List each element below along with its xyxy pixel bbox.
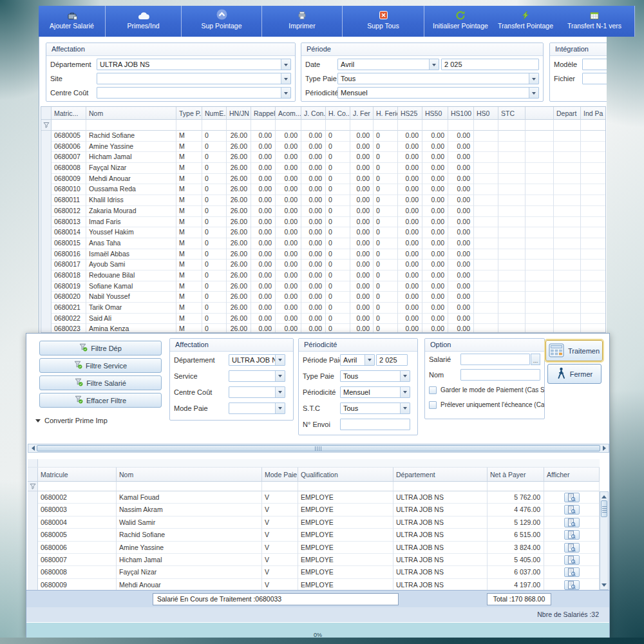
afficher-button[interactable] bbox=[564, 555, 580, 565]
column-header-matric[interactable]: Matric... bbox=[52, 107, 86, 120]
table-row[interactable]: 0680003Nassim AkramVEMPLOYEULTRA JOB NS4… bbox=[28, 504, 600, 516]
column-header-hs100[interactable]: HS100 bbox=[448, 107, 474, 120]
column-header-acom[interactable]: Acom... bbox=[276, 107, 301, 120]
chevron-down-icon[interactable] bbox=[281, 59, 290, 70]
dialog-month-combo[interactable]: Avril bbox=[340, 354, 375, 366]
column-header-depart[interactable]: Depart bbox=[554, 107, 581, 120]
column-header-type-p[interactable]: Type P... bbox=[176, 107, 202, 120]
toolbar-button-transfert-n-1-vers[interactable]: Transfert N-1 vers bbox=[554, 6, 635, 37]
table-row[interactable]: 0680009Mehdi AnouarVEMPLOYEULTRA JOB NS4… bbox=[28, 579, 600, 590]
chevron-down-icon[interactable] bbox=[365, 355, 374, 365]
scroll-right-arrow[interactable] bbox=[600, 444, 609, 452]
chevron-down-icon[interactable] bbox=[529, 73, 538, 84]
departement-combo[interactable]: ULTRA JOB NS bbox=[97, 59, 291, 70]
column-header-qualification[interactable]: Qualification bbox=[298, 468, 393, 482]
chevron-down-icon[interactable] bbox=[400, 387, 410, 397]
periodicite-combo[interactable]: Mensuel bbox=[337, 87, 539, 99]
type-paie-combo[interactable]: Tous bbox=[340, 370, 410, 382]
column-header-hn-jn[interactable]: HN/JN bbox=[227, 107, 251, 120]
modele-input[interactable] bbox=[582, 59, 607, 70]
checkbox-garder-le-mode-de-paieme[interactable] bbox=[429, 386, 437, 394]
column-header-ind-pa[interactable]: Ind Pa bbox=[581, 107, 606, 120]
envoi-input[interactable] bbox=[340, 419, 410, 430]
table-row[interactable]: 0680022Said AliM026.000.000.000.0000.000… bbox=[41, 314, 605, 325]
column-header[interactable] bbox=[41, 107, 52, 120]
column-header-hs0[interactable]: HS0 bbox=[474, 107, 498, 120]
filter-button-filtre-salari[interactable]: Filtre Salarié bbox=[39, 375, 162, 390]
scrollbar-thumb[interactable] bbox=[601, 500, 607, 517]
afficher-button[interactable] bbox=[564, 543, 580, 553]
afficher-button[interactable] bbox=[564, 505, 580, 515]
mode-paie-combo[interactable] bbox=[229, 402, 285, 414]
column-header-stc[interactable]: STC bbox=[498, 107, 526, 120]
site-combo[interactable] bbox=[97, 73, 291, 84]
column-header-hs25[interactable]: HS25 bbox=[398, 107, 422, 120]
column-header-nume[interactable]: NumE... bbox=[202, 107, 227, 120]
afficher-button[interactable] bbox=[564, 530, 580, 540]
column-header-matricule[interactable]: Matricule bbox=[38, 468, 117, 482]
column-header-h-co[interactable]: H. Co... bbox=[326, 107, 350, 120]
scrollbar-thumb[interactable] bbox=[37, 445, 600, 451]
s-t-c-combo[interactable]: Tous bbox=[340, 402, 410, 414]
funnel-icon[interactable] bbox=[28, 482, 38, 491]
afficher-button[interactable] bbox=[564, 580, 580, 590]
table-row[interactable]: 0680020Nabil YoussefM026.000.000.000.000… bbox=[41, 292, 605, 303]
table-row[interactable]: 0680012Zakaria MouradM026.000.000.000.00… bbox=[41, 206, 605, 217]
toolbar-button-sup-pointage[interactable]: Sup Pointage bbox=[182, 6, 262, 37]
column-header-h-ferie[interactable]: H. Ferie bbox=[374, 107, 398, 120]
chevron-down-icon[interactable] bbox=[529, 88, 538, 98]
table-row[interactable]: 0680019Sofiane KamalM026.000.000.000.000… bbox=[41, 281, 605, 292]
column-header-nom[interactable]: Nom bbox=[86, 107, 176, 120]
chevron-down-icon[interactable] bbox=[429, 59, 439, 70]
dialog-year-input[interactable]: 2 025 bbox=[376, 354, 408, 366]
chevron-down-icon[interactable] bbox=[275, 371, 285, 381]
month-combo[interactable]: Avril bbox=[337, 59, 439, 70]
column-header-nom[interactable]: Nom bbox=[117, 468, 262, 482]
convertir-prime-expander[interactable]: Convertir Prime Imp bbox=[35, 415, 108, 426]
filter-row[interactable] bbox=[28, 482, 600, 491]
type-paie-combo[interactable]: Tous bbox=[337, 73, 539, 84]
toolbar-button-initialiser-pointage[interactable]: Initialiser Pointage bbox=[424, 6, 497, 37]
column-header-j-con[interactable]: J. Con... bbox=[301, 107, 326, 120]
table-row[interactable]: 0680005Rachid SofianeM026.000.000.000.00… bbox=[41, 131, 605, 142]
table-row[interactable]: 0680014Youssef HakimM026.000.000.000.000… bbox=[41, 227, 605, 238]
chevron-down-icon[interactable] bbox=[281, 73, 290, 84]
chevron-down-icon[interactable] bbox=[275, 403, 285, 413]
chevron-down-icon[interactable] bbox=[400, 371, 410, 381]
fichier-input[interactable] bbox=[582, 73, 607, 84]
chevron-down-icon[interactable] bbox=[400, 403, 410, 413]
table-row[interactable]: 0680008Fayçal NizarVEMPLOYEULTRA JOB NS6… bbox=[28, 566, 600, 578]
table-row[interactable]: 0680016Ismaël AbbasM026.000.000.000.0000… bbox=[41, 249, 605, 260]
afficher-button[interactable] bbox=[564, 518, 580, 527]
fermer-button[interactable]: Fermer bbox=[547, 364, 601, 384]
year-input[interactable]: 2 025 bbox=[441, 59, 539, 70]
checkbox-pr-lever-uniquement-l-ch[interactable] bbox=[429, 401, 437, 409]
table-row[interactable]: 0680011Khalil IdrissM026.000.000.000.000… bbox=[41, 195, 605, 206]
table-row[interactable]: 0680005Rachid SofianeVEMPLOYEULTRA JOB N… bbox=[28, 529, 600, 541]
toolbar-button-primes-ind[interactable]: Primes/Ind bbox=[106, 6, 182, 37]
table-row[interactable]: 0680017Ayoub SamiM026.000.000.000.0000.0… bbox=[41, 260, 605, 270]
table-row[interactable]: 0680007Hicham JamalVEMPLOYEULTRA JOB NS5… bbox=[28, 554, 600, 566]
vertical-scrollbar[interactable] bbox=[600, 491, 609, 590]
filter-button-filtre-d-p[interactable]: Filtre Dép bbox=[39, 341, 162, 355]
funnel-icon[interactable] bbox=[41, 120, 52, 131]
column-header-net-payer[interactable]: Net à Payer bbox=[488, 468, 544, 482]
filter-button-filtre-service[interactable]: Filtre Service bbox=[39, 358, 162, 373]
table-row[interactable]: 0680021Tarik OmarM026.000.000.000.0000.0… bbox=[41, 303, 605, 314]
table-row[interactable]: 0680006Amine YassineVEMPLOYEULTRA JOB NS… bbox=[28, 542, 600, 554]
table-row[interactable]: 0680008Fayçal NizarM026.000.000.000.0000… bbox=[41, 163, 605, 174]
column-header-rappel[interactable]: Rappel bbox=[251, 107, 276, 120]
scroll-down-arrow[interactable] bbox=[600, 581, 608, 589]
centre-co-t-combo[interactable] bbox=[229, 386, 285, 398]
table-row[interactable]: 0680006Amine YassineM026.000.000.000.000… bbox=[41, 142, 605, 153]
traitement-button[interactable]: Traitemen bbox=[545, 340, 603, 361]
nom-input[interactable] bbox=[460, 369, 540, 381]
column-header-hs50[interactable]: HS50 bbox=[422, 107, 448, 120]
filter-button-effacer-filtre[interactable]: Effacer Filtre bbox=[39, 393, 162, 408]
table-row[interactable]: 0680002Kamal FouadVEMPLOYEULTRA JOB NS5 … bbox=[28, 491, 600, 504]
table-row[interactable]: 0680015Anas TahaM026.000.000.000.0000.00… bbox=[41, 238, 605, 249]
toolbar-button-ajouter-salari[interactable]: Ajouter Salarié bbox=[39, 6, 106, 37]
table-row[interactable]: 0680009Mehdi AnouarM026.000.000.000.0000… bbox=[41, 174, 605, 185]
table-row[interactable]: 0680007Hicham JamalM026.000.000.000.0000… bbox=[41, 152, 605, 163]
salarie-input[interactable] bbox=[460, 354, 530, 365]
